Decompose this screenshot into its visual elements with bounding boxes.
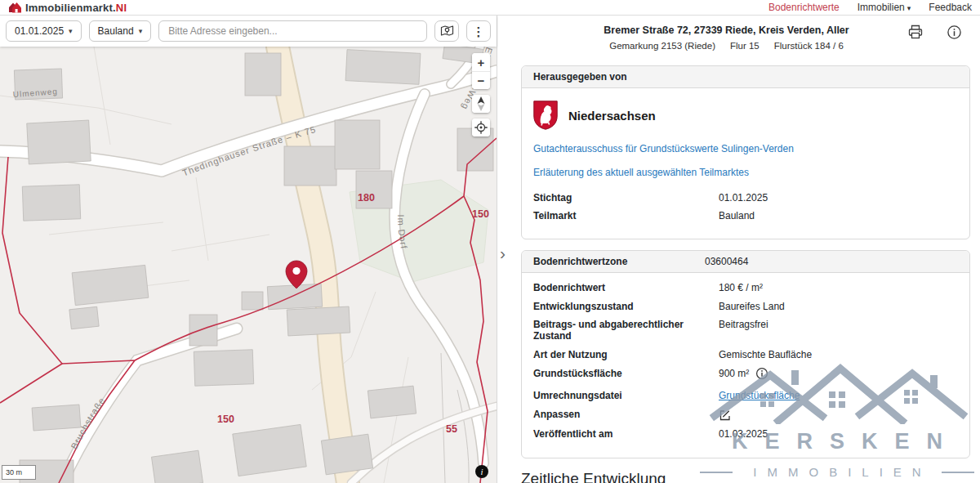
map-toolbar: 01.01.2025▾ Bauland▾ ⋮	[0, 16, 497, 47]
row-value: Beitragsfrei	[719, 319, 768, 330]
row-label: Teilmarkt	[533, 210, 719, 221]
cadastre-line: Gemarkung 2153 (Riede) Flur 15 Flurstück…	[530, 41, 923, 51]
niedersachsen-coat-of-arms-icon	[533, 101, 558, 130]
row-value: Baureifes Land	[719, 301, 785, 312]
row-label: Anpassen	[533, 409, 719, 420]
detail-row-entwicklungszustand: Entwicklungszustand Baureifes Land	[533, 301, 958, 312]
zone-value-label: 55	[446, 423, 457, 435]
row-value: 01.03.2025	[719, 428, 768, 440]
details-panel: › Bremer Straße 72, 27339 Riede, Kreis V…	[497, 16, 980, 483]
compass-needle-icon	[475, 96, 487, 112]
detail-row-teilmarkt: Teilmarkt Bauland	[533, 210, 958, 221]
chevron-down-icon: ▾	[907, 4, 911, 12]
row-value: 01.01.2025	[719, 192, 768, 203]
map-pin-icon	[440, 25, 454, 38]
chevron-down-icon: ▾	[69, 27, 73, 35]
zone-value-label: 150	[472, 208, 489, 220]
nav-item-immobilien[interactable]: Immobilien▾	[858, 2, 911, 13]
address-search-input[interactable]	[158, 20, 427, 42]
publisher-state-name: Niedersachsen	[568, 109, 656, 123]
cadastre-flur: Flur 15	[730, 41, 760, 51]
info-circle-icon	[947, 25, 962, 40]
zone-value-label: 180	[358, 192, 375, 203]
detail-row-anpassen: Anpassen	[533, 409, 958, 422]
nav-item-bodenrichtwerte[interactable]: Bodenrichtwerte	[768, 2, 840, 13]
row-label: Stichtag	[533, 192, 719, 203]
map-menu-button[interactable]: ⋮	[466, 20, 491, 42]
zoom-out-button[interactable]: −	[472, 71, 490, 89]
printer-icon	[907, 24, 924, 40]
detail-row-grundstuecksflaeche: Grundstücksfläche 900 m²	[533, 367, 958, 380]
top-navbar: Immobilienmarkt.NI Bodenrichtwerte Immob…	[0, 0, 980, 16]
map-report-button[interactable]	[434, 20, 459, 42]
row-label: Grundstücksfläche	[533, 368, 719, 379]
row-label: Umrechnungsdatei	[533, 390, 719, 401]
basemap-svg: Ulmenweg Thedinghauser Straße – K 75 Eic…	[0, 47, 497, 483]
date-selector-button[interactable]: 01.01.2025▾	[6, 20, 82, 42]
address-title: Bremer Straße 72, 27339 Riede, Kreis Ver…	[530, 25, 923, 36]
section-title-zeitliche-entwicklung: Zeitliche Entwicklung	[521, 470, 970, 483]
map-scalebar: 30 m	[2, 465, 36, 480]
detail-row-stichtag: Stichtag 01.01.2025	[533, 192, 958, 203]
detail-row-nutzung: Art der Nutzung Gemischte Baufläche	[533, 349, 958, 360]
zone-card-title: Bodenrichtwertzone	[533, 256, 627, 267]
cadastre-flurstueck: Flurstück 184 / 6	[774, 41, 844, 51]
map-canvas[interactable]: Ulmenweg Thedinghauser Straße – K 75 Eic…	[0, 47, 497, 483]
teilmarkt-explanation-link[interactable]: Erläuterung des aktuell ausgewählten Tei…	[533, 167, 958, 178]
info-button[interactable]	[947, 25, 962, 43]
chevron-down-icon: ▾	[139, 27, 143, 35]
panel-header: Bremer Straße 72, 27339 Riede, Kreis Ver…	[497, 16, 980, 51]
geolocate-icon	[474, 120, 488, 135]
publisher-card-header: Herausgegeben von	[522, 66, 969, 88]
gutachterausschuss-link[interactable]: Gutachterausschuss für Grundstückswerte …	[533, 143, 958, 154]
print-button[interactable]	[907, 24, 924, 43]
nav-item-feedback[interactable]: Feedback	[929, 2, 972, 13]
info-circle-icon	[755, 367, 768, 380]
edit-pencil-icon	[719, 409, 732, 422]
zone-value-label: 150	[217, 414, 234, 425]
brand-title: Immobilienmarkt.NI	[25, 2, 127, 14]
row-value: 900 m²	[719, 368, 749, 379]
row-label: Beitrags- und abgaberechtlicher Zustand	[533, 319, 719, 342]
row-label: Entwicklungszustand	[533, 301, 719, 312]
panel-collapse-chevron[interactable]: ›	[500, 244, 506, 262]
detail-row-beitragszustand: Beitrags- und abgaberechtlicher Zustand …	[533, 319, 958, 342]
map-controls: + −	[472, 53, 490, 136]
edit-button[interactable]	[719, 409, 732, 422]
cadastre-gemarkung: Gemarkung 2153 (Riede)	[609, 41, 715, 51]
kebab-menu-icon: ⋮	[473, 25, 485, 38]
brand-house-icon	[8, 2, 21, 13]
row-value: Gemischte Baufläche	[719, 349, 812, 360]
map-attribution-info-icon[interactable]: i	[475, 465, 488, 478]
row-label: Veröffentlicht am	[533, 428, 719, 440]
area-info-button[interactable]	[755, 367, 768, 380]
row-label: Bodenrichtwert	[533, 282, 719, 293]
row-value: 180 € / m²	[719, 282, 763, 293]
row-label: Art der Nutzung	[533, 349, 719, 360]
row-value: Bauland	[719, 210, 755, 221]
zone-card-header: Bodenrichtwertzone 03600464	[522, 251, 969, 273]
map-column: 01.01.2025▾ Bauland▾ ⋮	[0, 16, 497, 483]
zone-id-value: 03600464	[705, 256, 958, 267]
zone-card: Bodenrichtwertzone 03600464 Bodenrichtwe…	[521, 250, 970, 458]
publisher-card: Herausgegeben von Niedersachsen Gutachte…	[521, 65, 970, 239]
submarket-selector-button[interactable]: Bauland▾	[89, 20, 152, 42]
detail-row-bodenrichtwert: Bodenrichtwert 180 € / m²	[533, 282, 958, 293]
detail-row-umrechnungsdatei: Umrechnungsdatei Grundstücksfläche	[533, 390, 958, 401]
brand[interactable]: Immobilienmarkt.NI	[8, 2, 127, 14]
compass-button[interactable]	[472, 95, 490, 113]
detail-row-veroeffentlicht: Veröffentlicht am 01.03.2025	[533, 428, 958, 440]
zoom-in-button[interactable]: +	[472, 53, 490, 71]
geolocate-button[interactable]	[472, 119, 490, 136]
umrechnungsdatei-link[interactable]: Grundstücksfläche	[719, 390, 800, 401]
